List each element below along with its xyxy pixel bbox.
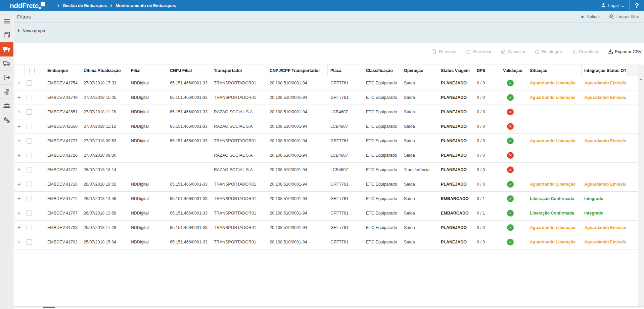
table-row[interactable]: + EMBDEV.4170225/07/2018 15:04NDDigital6…: [14, 235, 639, 249]
expand-row-button[interactable]: +: [14, 167, 25, 173]
exportar-csv-button[interactable]: Exportar CSV: [608, 49, 642, 54]
table-row[interactable]: + EMBDEV.4171826/07/2018 18:02NDDigital6…: [14, 177, 639, 192]
cell-dps: 0 / 0: [474, 95, 500, 100]
check-circle-icon: ✓: [507, 239, 514, 245]
table-row[interactable]: + EMBDEV.4265027/07/2018 11:12NDDigital6…: [14, 119, 639, 134]
column-header-5[interactable]: Transportador: [211, 65, 267, 76]
row-checkbox[interactable]: [27, 138, 32, 144]
expand-column-header: [14, 65, 25, 76]
column-header-6[interactable]: CNPJ/CPF Transportador: [267, 65, 328, 76]
cell-transportador: TRANSPORTADOR01: [211, 211, 267, 216]
expand-row-button[interactable]: +: [14, 80, 25, 86]
new-group-button[interactable]: + Novo grupo: [17, 28, 45, 34]
sidebar-item-settings-gears[interactable]: [0, 113, 13, 127]
table-row[interactable]: + EMBDEV.4174927/07/2018 15:05NDDigital6…: [14, 90, 639, 105]
column-header-12[interactable]: Validação: [500, 65, 527, 76]
column-header-2[interactable]: Última Atualização: [81, 65, 128, 76]
row-checkbox-cell: [25, 153, 45, 158]
revalidar-button[interactable]: Revalidar: [466, 49, 492, 54]
breadcrumb-item-gestao[interactable]: Gestão de Embarques: [63, 3, 107, 8]
row-checkbox[interactable]: [27, 80, 32, 86]
row-checkbox[interactable]: [27, 239, 32, 245]
cancelar-button[interactable]: Cancelar: [501, 49, 525, 54]
row-checkbox[interactable]: [27, 124, 32, 129]
grid-toolbar: RemoverRevalidarCancelarReintegrarDownlo…: [423, 49, 642, 54]
table-row[interactable]: + EMBDEV.4170325/07/2018 17:28NDDigital6…: [14, 221, 639, 235]
expand-row-button[interactable]: +: [14, 94, 25, 101]
column-header-9[interactable]: Operação: [401, 65, 438, 76]
horizontal-scrollbar-thumb[interactable]: [43, 307, 55, 308]
row-checkbox[interactable]: [27, 109, 32, 115]
cell-cnpj_filial: 65.151.466/0001-33: [167, 225, 211, 230]
scroll-up-icon[interactable]: ▲: [638, 77, 644, 80]
expand-row-button[interactable]: +: [14, 210, 25, 216]
row-checkbox[interactable]: [27, 153, 32, 158]
help-button[interactable]: ?: [630, 0, 644, 11]
filters-header: Filtros ▶ Aplicar Limpar filtro: [14, 11, 644, 23]
column-header-8[interactable]: Classificação: [363, 65, 401, 76]
chevron-right-icon: ›: [57, 2, 59, 8]
table-row[interactable]: + EMBDEV.4175427/07/2018 17:33NDDigital6…: [14, 76, 639, 90]
cell-integracao-status-otm: Aguardando Emissão: [582, 225, 626, 230]
table-row[interactable]: + EMBDEV.4172727/07/2018 09:53NDDigital6…: [14, 134, 639, 148]
sidebar-item-documents[interactable]: [0, 28, 13, 42]
expand-row-button[interactable]: +: [14, 152, 25, 158]
sidebar-item-truck-cargo[interactable]: [0, 56, 13, 71]
cell-dps: 0 / 0: [474, 182, 500, 187]
cell-transportador: RAZAO SOCIAL S.A: [211, 124, 267, 129]
breadcrumb-item-monitoramento[interactable]: Monitoramento de Embarques: [116, 3, 176, 8]
sidebar-item-export-exit[interactable]: [0, 71, 13, 85]
cell-operacao: Saída: [401, 124, 438, 129]
sidebar-item-truck[interactable]: [0, 42, 13, 56]
row-checkbox-cell: [25, 182, 45, 187]
breadcrumb: › Gestão de Embarques › Monitoramento de…: [57, 3, 176, 8]
apply-filter-button[interactable]: ▶ Aplicar: [582, 14, 600, 19]
cell-transportador: TRANSPORTADOR01: [211, 225, 267, 230]
column-header-4[interactable]: CNPJ Filial: [167, 65, 211, 76]
row-checkbox[interactable]: [27, 182, 32, 187]
table-row[interactable]: + EMBDEV.4172627/07/2018 09:30RAZAO SOCI…: [14, 148, 639, 163]
expand-row-button[interactable]: +: [14, 239, 25, 245]
sidebar-item-users-group[interactable]: [0, 99, 13, 113]
expand-row-button[interactable]: +: [14, 196, 25, 202]
table-row[interactable]: + EMBDEV.4170726/07/2018 13:58NDDigital6…: [14, 206, 639, 221]
row-checkbox[interactable]: [27, 196, 32, 201]
horizontal-scrollbar[interactable]: [14, 306, 644, 308]
column-header-7[interactable]: Placa: [328, 65, 363, 76]
clear-filter-button[interactable]: Limpar filtro: [609, 14, 639, 20]
column-header-11[interactable]: DPS: [474, 65, 500, 76]
cell-situacao: Aguardando Liberação: [527, 95, 582, 100]
expand-row-button[interactable]: +: [14, 225, 25, 231]
column-header-14[interactable]: Integração Status OTM: [582, 65, 626, 76]
expand-row-button[interactable]: +: [14, 123, 25, 129]
cell-cnpj_cpf_transportador: 20.108.510/0001-94: [267, 196, 328, 201]
column-header-10[interactable]: Status Viagem: [438, 65, 474, 76]
table-row[interactable]: + EMBDEV.4172226/07/2018 18:14RAZAO SOCI…: [14, 163, 639, 177]
row-checkbox-cell: [25, 225, 45, 230]
row-checkbox[interactable]: [27, 95, 32, 100]
sidebar-item-payment-hand[interactable]: $: [0, 85, 13, 99]
column-header-13[interactable]: Situação: [527, 65, 582, 76]
table-row[interactable]: + EMBDEV.4171126/07/2018 14:46NDDigital6…: [14, 192, 639, 206]
login-menu[interactable]: Login: [596, 0, 629, 11]
chevron-right-icon: ›: [110, 2, 112, 8]
cell-cnpj_cpf_transportador: 20.108.510/0001-94: [267, 110, 328, 114]
row-checkbox[interactable]: [27, 210, 32, 216]
cell-integracao-status-otm: Aguardando Emissão: [582, 182, 626, 187]
row-checkbox[interactable]: [27, 167, 32, 172]
remover-button[interactable]: Remover: [432, 49, 457, 54]
download-button[interactable]: Download: [572, 49, 598, 54]
expand-row-button[interactable]: +: [14, 109, 25, 115]
export-exit-icon: [4, 75, 10, 80]
sidebar-item-menu[interactable]: [0, 14, 13, 28]
reintegrar-button[interactable]: Reintegrar: [535, 49, 562, 54]
expand-row-button[interactable]: +: [14, 181, 25, 187]
table-row[interactable]: + EMBDEV.4265127/07/2018 11:26NDDigital6…: [14, 105, 639, 119]
vertical-scrollbar[interactable]: ▲: [638, 65, 644, 306]
expand-row-button[interactable]: +: [14, 138, 25, 144]
column-header-3[interactable]: Filial: [128, 65, 167, 76]
column-header-1[interactable]: Embarque: [45, 65, 81, 76]
row-checkbox[interactable]: [27, 225, 32, 230]
select-all-checkbox[interactable]: [29, 68, 35, 73]
cell-cnpj_cpf_transportador: 20.108.510/0001-94: [267, 225, 328, 230]
